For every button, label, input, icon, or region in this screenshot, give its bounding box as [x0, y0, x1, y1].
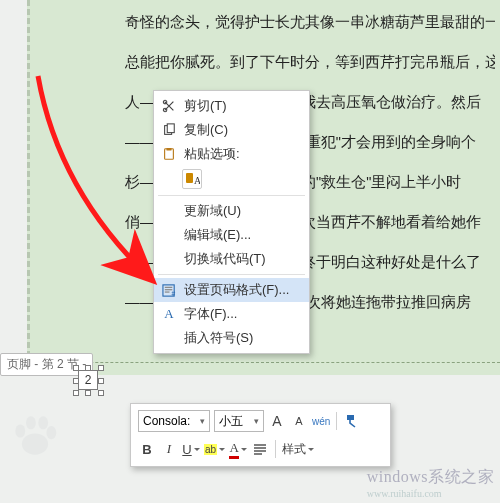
menu-label: 设置页码格式(F)... — [184, 281, 301, 299]
blank-icon — [160, 226, 178, 244]
menu-label: 复制(C) — [184, 121, 301, 139]
selection-handle[interactable] — [73, 365, 79, 371]
svg-point-15 — [26, 416, 36, 429]
font-size-value: 小五 — [219, 413, 243, 430]
separator — [275, 440, 276, 458]
svg-text:#: # — [171, 290, 175, 297]
svg-rect-5 — [166, 148, 171, 151]
watermark-paw-icon — [10, 413, 60, 458]
underline-button[interactable]: U — [182, 439, 200, 459]
styles-button[interactable]: 样式 — [282, 439, 314, 459]
svg-text:A: A — [194, 175, 200, 186]
menu-cut[interactable]: 剪切(T) — [154, 94, 309, 118]
svg-rect-11 — [164, 291, 169, 292]
grow-font-button[interactable]: A — [268, 411, 286, 431]
context-menu: 剪切(T) 复制(C) 粘贴选项: A 更新域(U) 编辑域(E)... — [153, 90, 310, 354]
phonetic-guide-button[interactable]: wén — [312, 411, 330, 431]
menu-update-field[interactable]: 更新域(U) — [154, 199, 309, 223]
selection-handle[interactable] — [85, 390, 91, 396]
scissors-icon — [160, 97, 178, 115]
svg-point-13 — [22, 433, 48, 454]
justify-icon — [253, 442, 267, 456]
menu-edit-field[interactable]: 编辑域(E)... — [154, 223, 309, 247]
justify-button[interactable] — [251, 439, 269, 459]
paste-text-icon: A — [182, 169, 202, 189]
blank-icon — [160, 202, 178, 220]
svg-point-17 — [46, 426, 56, 439]
menu-label: 粘贴选项: — [184, 145, 301, 163]
format-painter-icon — [344, 413, 360, 429]
menu-font[interactable]: A 字体(F)... — [154, 302, 309, 326]
menu-paste-options[interactable]: 粘贴选项: — [154, 142, 309, 166]
body-text: 总能把你腻死。到了下午时分，等到西芹打完吊瓶后，这颗糖 — [125, 52, 495, 72]
blank-icon — [160, 329, 178, 347]
font-name-select[interactable]: Consola:▾ — [138, 410, 210, 432]
styles-label: 样式 — [282, 441, 306, 458]
shrink-font-button[interactable]: A — [290, 411, 308, 431]
svg-rect-9 — [164, 286, 172, 287]
format-painter-button[interactable] — [343, 411, 361, 431]
italic-button[interactable]: I — [160, 439, 178, 459]
page-number-field[interactable]: 2 — [78, 370, 98, 390]
menu-label: 字体(F)... — [184, 305, 301, 323]
bold-button[interactable]: B — [138, 439, 156, 459]
menu-label: 编辑域(E)... — [184, 226, 301, 244]
menu-label: 剪切(T) — [184, 97, 301, 115]
selection-handle[interactable] — [98, 378, 104, 384]
clipboard-icon — [160, 145, 178, 163]
menu-insert-symbol[interactable]: 插入符号(S) — [154, 326, 309, 350]
svg-point-14 — [15, 424, 25, 437]
chevron-down-icon: ▾ — [200, 416, 205, 426]
menu-label: 插入符号(S) — [184, 329, 301, 347]
font-icon: A — [160, 305, 178, 323]
selection-handle[interactable] — [85, 365, 91, 371]
chevron-down-icon: ▾ — [254, 416, 259, 426]
menu-separator — [158, 274, 305, 275]
menu-label: 更新域(U) — [184, 202, 301, 220]
selection-handle[interactable] — [98, 390, 104, 396]
selection-handle[interactable] — [98, 365, 104, 371]
page-number-format-icon: # — [160, 281, 178, 299]
svg-point-16 — [38, 416, 48, 429]
font-color-icon: A — [229, 440, 238, 459]
watermark-brand: windows系统之家 www.ruihaifu.com — [367, 467, 494, 499]
mini-toolbar: Consola:▾ 小五▾ A A wén B I U ab A — [130, 403, 391, 467]
body-text: 奇怪的念头，觉得护士长尤其像一串冰糖葫芦里最甜的一颗 — [125, 12, 495, 32]
font-size-select[interactable]: 小五▾ — [214, 410, 264, 432]
menu-toggle-field-codes[interactable]: 切换域代码(T) — [154, 247, 309, 271]
highlight-button[interactable]: ab — [204, 439, 225, 459]
highlight-icon: ab — [204, 444, 217, 455]
selection-handle[interactable] — [73, 378, 79, 384]
separator — [336, 412, 337, 430]
copy-icon — [160, 121, 178, 139]
menu-copy[interactable]: 复制(C) — [154, 118, 309, 142]
svg-rect-6 — [186, 173, 193, 183]
watermark-url: www.ruihaifu.com — [367, 488, 494, 499]
font-color-button[interactable]: A — [229, 439, 247, 459]
watermark-brand-text: windows系统之家 — [367, 468, 494, 485]
selection-handle[interactable] — [73, 390, 79, 396]
menu-page-number-format[interactable]: # 设置页码格式(F)... — [154, 278, 309, 302]
blank-icon — [160, 250, 178, 268]
svg-rect-3 — [167, 124, 174, 133]
font-name-value: Consola: — [143, 414, 190, 428]
menu-separator — [158, 195, 305, 196]
paste-option-keep-text[interactable]: A — [154, 166, 309, 192]
menu-label: 切换域代码(T) — [184, 250, 301, 268]
footer-separator — [30, 362, 500, 363]
